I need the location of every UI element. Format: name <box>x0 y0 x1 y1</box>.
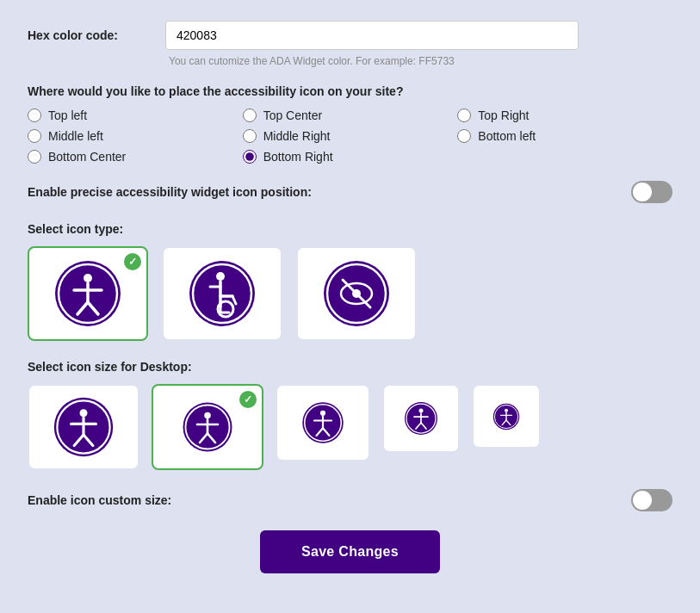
icon-size-label: Select icon size for Desktop: <box>28 360 672 374</box>
size-grid: ✓ <box>28 384 672 470</box>
placement-question: Where would you like to place the access… <box>28 84 672 98</box>
radio-input-top-left[interactable] <box>28 108 41 122</box>
radio-label-bottom-right: Bottom Right <box>263 150 333 164</box>
radio-bottom-left[interactable]: Bottom left <box>457 129 672 143</box>
radio-input-middle-right[interactable] <box>243 129 257 143</box>
radio-label-middle-left: Middle left <box>48 129 103 143</box>
radio-top-left[interactable]: Top left <box>28 108 243 122</box>
svg-point-46 <box>419 409 424 413</box>
radio-label-top-left: Top left <box>48 108 87 122</box>
custom-size-label: Enable icon custom size: <box>28 493 171 507</box>
icon-card-eye-strike[interactable] <box>296 246 417 341</box>
svg-point-2 <box>84 274 92 282</box>
precise-position-toggle[interactable] <box>631 181 672 203</box>
svg-point-39 <box>320 411 325 416</box>
size-card-md[interactable] <box>276 384 370 461</box>
icon-type-label: Select icon type: <box>28 222 672 236</box>
radio-middle-left[interactable]: Middle left <box>28 129 243 143</box>
save-button-wrap: Save Changes <box>28 530 672 573</box>
radio-middle-right[interactable]: Middle Right <box>243 129 458 143</box>
svg-point-9 <box>216 272 225 281</box>
radio-input-middle-left[interactable] <box>28 129 41 143</box>
radio-label-bottom-center: Bottom Center <box>48 150 126 164</box>
precise-position-label: Enable precise accessibility widget icon… <box>28 185 312 199</box>
save-button[interactable]: Save Changes <box>260 530 440 573</box>
radio-input-bottom-right[interactable] <box>243 150 257 164</box>
hex-input[interactable] <box>165 21 579 50</box>
svg-point-25 <box>80 409 88 417</box>
size-xl-icon-svg <box>53 396 115 458</box>
size-card-xs[interactable] <box>472 384 541 449</box>
placement-grid: Top left Top Center Top Right Middle lef… <box>28 108 672 164</box>
hex-label: Hex color code: <box>28 28 165 42</box>
check-badge-lg: ✓ <box>239 391 257 408</box>
size-xs-icon-svg <box>492 403 520 430</box>
hex-hint: You can cutomize the ADA Widget color. F… <box>169 55 672 67</box>
custom-size-toggle[interactable] <box>631 489 672 511</box>
radio-input-bottom-center[interactable] <box>28 150 41 164</box>
radio-label-top-center: Top Center <box>263 108 322 122</box>
icon-card-standard[interactable]: ✓ <box>28 246 148 341</box>
svg-point-53 <box>505 408 508 412</box>
check-badge-standard: ✓ <box>124 253 141 270</box>
size-card-xl[interactable] <box>28 384 139 470</box>
radio-input-top-center[interactable] <box>243 108 257 122</box>
radio-label-top-right: Top Right <box>478 108 529 122</box>
svg-point-32 <box>204 412 211 419</box>
radio-bottom-center[interactable]: Bottom Center <box>28 150 243 164</box>
radio-top-center[interactable]: Top Center <box>243 108 458 122</box>
size-md-icon-svg <box>301 401 344 444</box>
radio-input-bottom-left[interactable] <box>457 129 471 143</box>
precise-position-row: Enable precise accessibility widget icon… <box>28 181 672 203</box>
icon-card-wheelchair[interactable] <box>162 246 282 341</box>
size-lg-icon-svg <box>182 401 233 453</box>
radio-input-top-right[interactable] <box>457 108 471 122</box>
icon-type-grid: ✓ <box>28 246 672 341</box>
wheelchair-icon-svg <box>188 259 257 328</box>
size-sm-icon-svg <box>404 401 438 436</box>
radio-bottom-right[interactable]: Bottom Right <box>243 150 458 164</box>
size-card-lg[interactable]: ✓ <box>152 384 263 470</box>
standard-icon-svg <box>53 259 122 328</box>
size-card-sm[interactable] <box>382 384 460 453</box>
custom-size-row: Enable icon custom size: <box>28 489 672 511</box>
radio-label-bottom-left: Bottom left <box>478 129 536 143</box>
radio-label-middle-right: Middle Right <box>263 129 331 143</box>
eye-strike-icon-svg <box>322 259 391 328</box>
radio-top-right[interactable]: Top Right <box>457 108 672 122</box>
